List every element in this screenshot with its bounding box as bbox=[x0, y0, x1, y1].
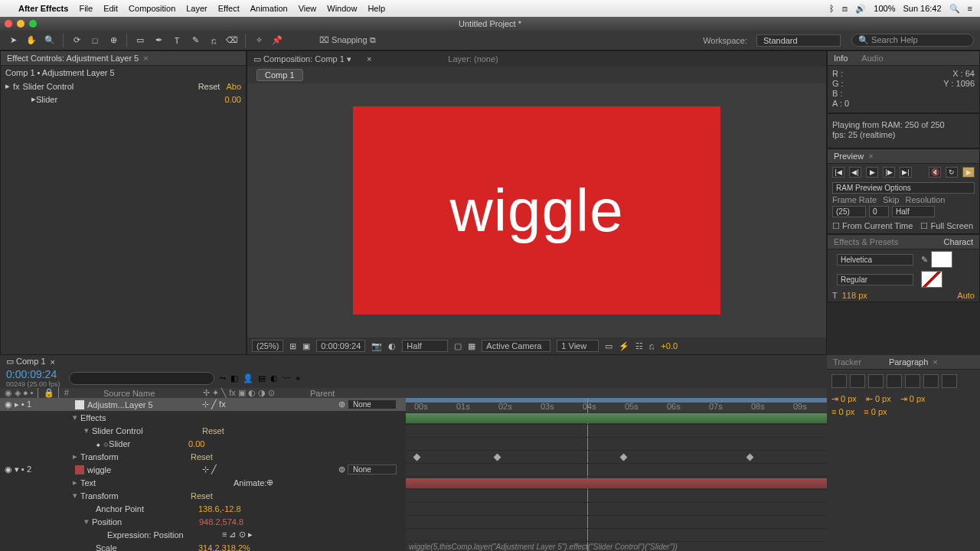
composition-viewer[interactable]: wiggle bbox=[247, 83, 826, 337]
anchor-point-property[interactable]: Anchor Point138.6,-12.8 bbox=[0, 502, 406, 515]
eraser-tool-icon[interactable]: ⌫ bbox=[225, 34, 239, 47]
full-screen-checkbox[interactable]: ☐ Full Screen bbox=[920, 221, 973, 231]
magnification-dropdown[interactable]: (25%) bbox=[252, 340, 283, 352]
fill-color-swatch[interactable] bbox=[931, 251, 952, 268]
clone-tool-icon[interactable]: ⎌ bbox=[207, 34, 220, 47]
search-help-input[interactable]: 🔍 Search Help bbox=[851, 34, 974, 47]
timeline-search-input[interactable] bbox=[69, 372, 214, 385]
pen-tool-icon[interactable]: ✒ bbox=[152, 34, 165, 47]
layer-row-2[interactable]: ◉ ▾ ▪ 2 wiggle ⊹ ╱ ⊚ None bbox=[0, 463, 406, 476]
keyframe[interactable] bbox=[746, 454, 753, 461]
twirl-icon[interactable]: ▸ bbox=[5, 81, 10, 91]
minimize-window[interactable] bbox=[17, 20, 24, 28]
font-family-dropdown[interactable]: Helvetica bbox=[837, 254, 913, 266]
keyframe[interactable] bbox=[619, 454, 627, 461]
snapshot-icon[interactable]: 📷 bbox=[371, 341, 382, 351]
menu-animation[interactable]: Animation bbox=[250, 4, 288, 13]
zoom-window[interactable] bbox=[29, 20, 37, 28]
ram-preview-options[interactable]: RAM Preview Options bbox=[832, 182, 975, 194]
menu-file[interactable]: File bbox=[79, 4, 93, 13]
close-icon[interactable]: × bbox=[933, 357, 937, 367]
roto-tool-icon[interactable]: ✧ bbox=[252, 34, 266, 47]
skip-dropdown[interactable]: 0 bbox=[869, 206, 889, 217]
anchor-tool-icon[interactable]: ⊕ bbox=[106, 34, 120, 47]
graph-editor-icon[interactable]: 〰 bbox=[283, 373, 291, 383]
layer-2-parent[interactable]: None bbox=[348, 465, 397, 474]
notifications-icon[interactable]: ≡ bbox=[968, 4, 972, 13]
transform-group-1[interactable]: ▸TransformReset bbox=[0, 450, 406, 463]
camera-dropdown[interactable]: Active Camera bbox=[482, 340, 550, 352]
brush-tool-icon[interactable]: ✎ bbox=[188, 34, 202, 47]
clock[interactable]: Sun 16:42 bbox=[903, 4, 941, 13]
app-name[interactable]: After Effects bbox=[18, 4, 68, 13]
selection-tool-icon[interactable]: ➤ bbox=[6, 34, 20, 47]
snapping-toggle[interactable]: ⌧ Snapping ⧉ bbox=[319, 35, 376, 45]
zoom-tool-icon[interactable]: 🔍 bbox=[43, 34, 57, 47]
effect-about[interactable]: Abo bbox=[226, 82, 241, 91]
mask-icon[interactable]: ▣ bbox=[302, 341, 310, 351]
rect-tool-icon[interactable]: ▭ bbox=[133, 34, 147, 47]
font-weight-dropdown[interactable]: Regular bbox=[837, 274, 913, 285]
expression-text[interactable]: wiggle(5,thisComp.layer("Adjustment Laye… bbox=[406, 543, 678, 551]
pixel-aspect-icon[interactable]: ▭ bbox=[605, 341, 612, 351]
channels-icon[interactable]: ◐ bbox=[388, 341, 396, 351]
current-time[interactable]: 0:00:09:24 bbox=[316, 340, 365, 352]
menu-view[interactable]: View bbox=[299, 4, 317, 13]
menu-effect[interactable]: Effect bbox=[218, 4, 240, 13]
slider-control-effect[interactable]: ▾Slider ControlReset bbox=[0, 424, 406, 437]
align-right-icon[interactable] bbox=[868, 374, 884, 388]
prev-frame-button[interactable]: ◀| bbox=[849, 167, 861, 178]
col-parent[interactable]: Parent bbox=[310, 389, 402, 398]
scale-property[interactable]: Scale314.2,318.2% bbox=[0, 541, 406, 551]
menu-edit[interactable]: Edit bbox=[103, 4, 118, 13]
indent-right[interactable]: 0 px bbox=[910, 394, 926, 403]
tracker-tab[interactable]: Tracker bbox=[833, 357, 861, 367]
menu-composition[interactable]: Composition bbox=[129, 4, 175, 13]
timeline-tracks[interactable]: 00s01s 02s03s 04s05s 06s07s 08s09s bbox=[406, 398, 827, 551]
spotlight-icon[interactable]: 🔍 bbox=[949, 4, 960, 14]
exposure-value[interactable]: +0.0 bbox=[661, 341, 678, 350]
slider-param-value[interactable]: 0.00 bbox=[225, 95, 241, 104]
position-property[interactable]: ▾Position948.2,574.8 bbox=[0, 515, 406, 528]
ram-preview-button[interactable]: ▶ bbox=[962, 167, 975, 178]
play-button[interactable]: ▶ bbox=[866, 167, 878, 178]
info-tab[interactable]: Info bbox=[834, 54, 848, 63]
timeline-icon[interactable]: ☷ bbox=[635, 341, 643, 351]
next-frame-button[interactable]: |▶ bbox=[883, 167, 895, 178]
menu-help[interactable]: Help bbox=[368, 4, 385, 13]
draft3d-icon[interactable]: ◧ bbox=[230, 373, 238, 383]
comp-mini-flowchart-icon[interactable]: ⤳ bbox=[219, 373, 226, 383]
first-frame-button[interactable]: |◀ bbox=[832, 167, 844, 178]
framerate-dropdown[interactable]: (25) bbox=[832, 206, 866, 217]
shy-icon[interactable]: 👤 bbox=[243, 373, 253, 383]
leading-value[interactable]: Auto bbox=[957, 291, 975, 300]
keyframe[interactable] bbox=[493, 454, 501, 461]
comp-pill[interactable]: Comp 1 bbox=[256, 69, 303, 81]
rotate-tool-icon[interactable]: ⟳ bbox=[70, 34, 83, 47]
timeline-timecode[interactable]: 0:00:09:24 bbox=[0, 368, 63, 380]
transparency-icon[interactable]: ▦ bbox=[468, 341, 475, 351]
layer-row-1[interactable]: ◉ ▸ ▪ 1 Adjustm...Layer 5 ⊹ ╱ fx ⊚ None bbox=[0, 398, 406, 411]
hand-tool-icon[interactable]: ✋ bbox=[24, 34, 38, 47]
timeline-comp-tab[interactable]: ▭ Comp 1 bbox=[6, 357, 46, 367]
layer-2-bar[interactable] bbox=[406, 478, 827, 488]
keyframe[interactable] bbox=[413, 454, 421, 461]
text-tool-icon[interactable]: T bbox=[170, 34, 184, 47]
layer-1-bar[interactable] bbox=[406, 413, 827, 423]
layer-1-name[interactable]: Adjustm...Layer 5 bbox=[87, 400, 202, 409]
close-tab-icon[interactable]: × bbox=[143, 54, 148, 63]
composition-tab[interactable]: ▭ Composition: Comp 1 ▾ bbox=[253, 54, 351, 64]
effect-controls-tab[interactable]: Effect Controls: Adjustment Layer 5 bbox=[7, 54, 139, 63]
brainstorm-icon[interactable]: ⌖ bbox=[296, 373, 300, 383]
camera-tool-icon[interactable]: □ bbox=[88, 34, 102, 47]
grid-icon[interactable]: ⊞ bbox=[289, 341, 296, 351]
eyedropper-icon[interactable]: ✎ bbox=[921, 255, 928, 265]
justify-all-icon[interactable] bbox=[942, 374, 957, 388]
slider-property[interactable]: ⬥ ◇ Slider0.00 bbox=[0, 437, 406, 450]
animate-icon[interactable]: ⊕ bbox=[266, 478, 273, 487]
preview-res-dropdown[interactable]: Half bbox=[892, 206, 935, 217]
layer-1-parent[interactable]: None bbox=[348, 399, 397, 409]
roi-icon[interactable]: ▢ bbox=[454, 341, 462, 351]
justify-last-center-icon[interactable] bbox=[905, 374, 920, 388]
effect-name[interactable]: Slider Control bbox=[23, 82, 198, 91]
